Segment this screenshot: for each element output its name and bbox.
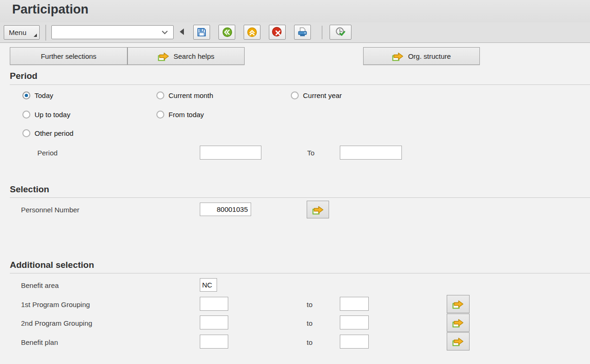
toolbar: Menu (0, 22, 590, 43)
search-helps-button[interactable]: Search helps (127, 47, 245, 65)
first-program-grouping-from-input[interactable] (200, 297, 228, 311)
radio-icon (156, 91, 164, 99)
back-button[interactable] (218, 25, 235, 40)
second-program-grouping-to-input[interactable] (340, 315, 369, 329)
benefit-plan-multiple-selection-button[interactable] (447, 332, 470, 350)
page-title: Participation (12, 2, 89, 17)
personnel-number-input[interactable] (200, 203, 251, 216)
benefit-area-label: Benefit area (21, 281, 59, 289)
chevron-down-icon[interactable] (162, 30, 168, 35)
benefit-plan-to-input[interactable] (340, 335, 369, 349)
radio-other-period[interactable]: Other period (22, 129, 73, 137)
multiple-selection-icon (452, 336, 464, 346)
further-selections-button[interactable]: Further selections (10, 47, 127, 65)
multiple-selection-icon (452, 299, 464, 309)
print-icon (297, 27, 308, 38)
to-label: to (307, 338, 313, 346)
exit-button[interactable] (244, 25, 260, 40)
to-label: to (307, 301, 313, 308)
second-program-grouping-label: 2nd Program Grouping (21, 319, 92, 327)
personnel-number-label: Personnel Number (21, 206, 79, 214)
title-bar: Participation (0, 0, 590, 22)
period-heading: Period (10, 71, 37, 81)
back-icon (221, 27, 232, 38)
save-icon (197, 27, 207, 37)
to-label: to (307, 319, 313, 327)
radio-current-month[interactable]: Current month (156, 91, 213, 99)
radio-icon (156, 111, 164, 119)
period-to-label: To (307, 149, 315, 157)
radio-today[interactable]: Today (22, 91, 53, 99)
radio-from-today[interactable]: From today (156, 111, 204, 119)
multiple-selection-icon (392, 51, 404, 61)
first-program-grouping-label: 1st Program Grouping (21, 301, 90, 308)
period-from-input[interactable] (200, 146, 261, 160)
benefit-plan-from-input[interactable] (200, 335, 228, 349)
period-to-input[interactable] (340, 146, 402, 160)
cancel-button[interactable] (269, 25, 286, 40)
personnel-multiple-selection-button[interactable] (307, 201, 329, 218)
section-divider (10, 273, 590, 273)
selection-heading: Selection (10, 184, 49, 195)
collapse-toolbar-icon[interactable] (180, 28, 184, 35)
first-program-grouping-multiple-selection-button[interactable] (447, 295, 470, 313)
toolbar-separator (322, 26, 323, 39)
benefit-plan-label: Benefit plan (21, 338, 58, 346)
radio-icon (22, 111, 30, 119)
menu-corner-icon (34, 34, 37, 37)
toolbar-separator (45, 25, 46, 41)
org-structure-button[interactable]: Org. structure (363, 47, 480, 65)
multiple-selection-icon (452, 318, 464, 328)
execute-button[interactable] (330, 25, 351, 40)
cancel-icon (272, 27, 283, 38)
radio-icon (22, 129, 30, 137)
multiple-selection-icon (158, 51, 169, 61)
section-divider (10, 197, 590, 198)
exit-icon (246, 27, 258, 38)
multiple-selection-icon (312, 205, 324, 215)
save-button[interactable] (193, 25, 210, 40)
radio-current-year[interactable]: Current year (291, 91, 342, 99)
print-button[interactable] (294, 25, 311, 40)
first-program-grouping-to-input[interactable] (340, 297, 369, 311)
section-divider (10, 84, 590, 85)
radio-icon (22, 91, 30, 99)
period-range-label: Period (37, 149, 57, 157)
radio-up-to-today[interactable]: Up to today (22, 111, 70, 119)
second-program-grouping-from-input[interactable] (200, 315, 228, 329)
menu-button[interactable]: Menu (4, 25, 40, 40)
radio-icon (291, 91, 299, 99)
command-combobox[interactable] (51, 25, 174, 39)
benefit-area-input[interactable] (200, 278, 217, 292)
additional-selection-heading: Additional selection (10, 260, 94, 270)
execute-icon (335, 27, 347, 38)
second-program-grouping-multiple-selection-button[interactable] (447, 314, 470, 332)
